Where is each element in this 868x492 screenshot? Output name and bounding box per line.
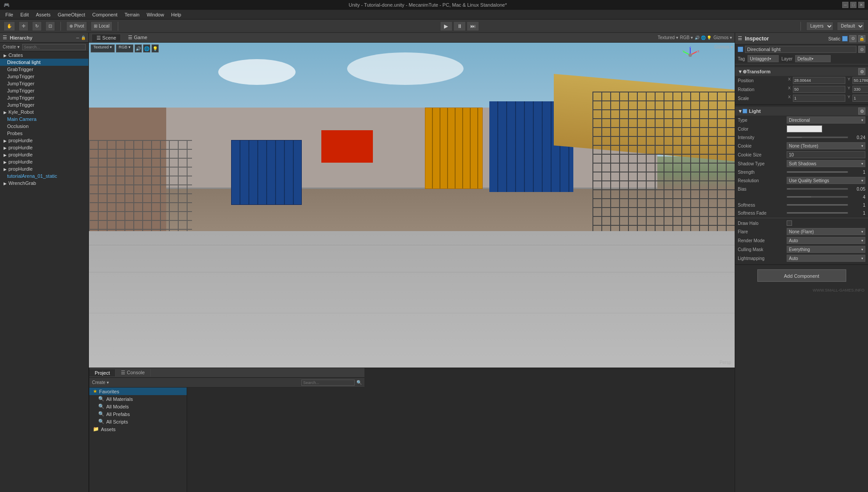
scene-option-rgb[interactable]: RGB ▾ [116, 44, 133, 52]
scale-x-field[interactable] [793, 95, 845, 102]
local-button[interactable]: ⊞ Local [91, 21, 112, 31]
hier-item-prophurdle1[interactable]: ▶propHurdle [0, 137, 88, 144]
hier-item-prophurdle2[interactable]: ▶propHurdle [0, 144, 88, 151]
add-component-button[interactable]: Add Component [757, 269, 846, 282]
transform-tool-move[interactable]: ✛ [19, 21, 28, 31]
object-name-field[interactable] [745, 46, 856, 53]
hier-item-main-camera[interactable]: Main Camera [0, 116, 88, 123]
menu-file[interactable]: File [2, 11, 17, 18]
hierarchy-lock-btn[interactable]: 🔒 [81, 36, 86, 40]
menu-component[interactable]: Component [88, 11, 121, 18]
create-btn[interactable]: Create ▾ [92, 380, 109, 385]
light-enabled-checkbox[interactable] [743, 109, 747, 113]
project-item-all-prefabs[interactable]: 🔍 All Prefabs [89, 410, 187, 418]
light-header[interactable]: ▼ Light ⚙ [735, 107, 868, 116]
hier-item-jumptrigger5[interactable]: JumpTrigger [0, 101, 88, 108]
layers-select[interactable]: Layers [806, 22, 833, 31]
project-item-all-scripts[interactable]: 🔍 All Scripts [89, 418, 187, 425]
hier-item-jumptrigger1[interactable]: JumpTrigger [0, 73, 88, 80]
window-controls[interactable]: ─ □ ✕ [842, 2, 864, 8]
pause-button[interactable]: ⏸ [453, 21, 466, 31]
hier-item-directional-light[interactable]: Directional light [0, 59, 88, 66]
static-checkbox[interactable] [842, 36, 848, 41]
scene-option-btn1[interactable]: 🔊 [135, 44, 142, 52]
menu-help[interactable]: Help [168, 11, 185, 18]
hierarchy-create-btn[interactable]: Create ▾ [3, 44, 20, 49]
project-item-favorites[interactable]: ★ Favorites [89, 388, 187, 395]
hier-item-jumptrigger3[interactable]: JumpTrigger [0, 87, 88, 94]
object-active-checkbox[interactable] [738, 47, 743, 52]
step-button[interactable]: ⏭ [467, 21, 479, 31]
play-button[interactable]: ▶ [440, 21, 452, 31]
intensity-slider[interactable] [787, 136, 848, 138]
strength-slider[interactable] [787, 171, 848, 173]
render-mode-dropdown[interactable]: Auto ▾ [787, 237, 865, 244]
draw-halo-checkbox[interactable] [787, 220, 792, 226]
culling-mask-dropdown[interactable]: Everything ▾ [787, 246, 865, 253]
hier-item-tutorial-arena[interactable]: tutorialArena_01_static [0, 172, 88, 180]
scale-y-field[interactable] [852, 95, 868, 102]
menu-assets[interactable]: Assets [32, 11, 54, 18]
scene-option-btn2[interactable]: 🌐 [143, 44, 150, 52]
close-button[interactable]: ✕ [858, 2, 864, 8]
softness-fade-slider[interactable] [787, 212, 848, 214]
hier-item-wrenchgrab[interactable]: ▶WrenchGrab [0, 180, 88, 187]
transform-gear-btn[interactable]: ⚙ [858, 68, 865, 75]
hier-item-crates[interactable]: ▶Crates [0, 52, 88, 59]
inspector-gear-btn[interactable]: ⚙ [849, 35, 856, 42]
hier-item-occlusion[interactable]: Occlusion [0, 123, 88, 130]
rot-y-field[interactable] [852, 86, 868, 93]
maximize-button[interactable]: □ [850, 2, 856, 8]
rot-x-field[interactable] [793, 86, 845, 93]
hier-item-grabtrigger[interactable]: GrabTrigger [0, 66, 88, 73]
project-search-input[interactable] [301, 380, 355, 386]
menu-window[interactable]: Window [143, 11, 168, 18]
textured-label[interactable]: Textured ▾ [658, 35, 678, 40]
project-item-all-materials[interactable]: 🔍 All Materials [89, 395, 187, 403]
scene-tab[interactable]: ☰ Scene [92, 34, 121, 42]
console-tab[interactable]: ☰ Console [116, 369, 150, 376]
hier-item-prophurdle5[interactable]: ▶propHurdle [0, 165, 88, 172]
pivot-button[interactable]: ⊕ Pivot [66, 21, 87, 31]
normal-bias-slider[interactable] [787, 196, 848, 198]
menu-gameobject[interactable]: GameObject [54, 11, 89, 18]
hierarchy-search-input[interactable] [22, 44, 86, 50]
flare-dropdown[interactable]: None (Flare) ▾ [787, 228, 865, 235]
layout-select[interactable]: Default [837, 22, 864, 31]
cookie-dropdown[interactable]: None (Texture) ▾ [787, 142, 865, 149]
lightmapping-dropdown[interactable]: Auto ▾ [787, 255, 865, 262]
transform-header[interactable]: ▼ ⊕ Transform ⚙ [735, 67, 868, 76]
type-dropdown[interactable]: Directional ▾ [787, 116, 865, 124]
bias-slider[interactable] [787, 188, 848, 190]
hier-item-prophurdle4[interactable]: ▶propHurdle [0, 158, 88, 165]
hier-item-prophurdle3[interactable]: ▶propHurdle [0, 151, 88, 158]
hier-item-kyle-robot[interactable]: ▶Kyle_Robot [0, 108, 88, 116]
shadow-type-dropdown[interactable]: Soft Shadows ▾ [787, 160, 865, 167]
color-swatch[interactable] [787, 125, 822, 132]
softness-slider[interactable] [787, 204, 848, 206]
rgb-label[interactable]: RGB ▾ [680, 35, 693, 40]
menu-edit[interactable]: Edit [17, 11, 32, 18]
hier-item-jumptrigger4[interactable]: JumpTrigger [0, 94, 88, 101]
hier-item-probes[interactable]: Probes [0, 130, 88, 137]
scene-option-textured[interactable]: Textured ▾ [91, 44, 115, 52]
transform-tool-hand[interactable]: ✋ [4, 21, 15, 31]
resolution-dropdown[interactable]: Use Quality Settings ▾ [787, 177, 865, 184]
layer-dropdown[interactable]: Default ▾ [795, 55, 831, 62]
light-gear-btn[interactable]: ⚙ [858, 108, 865, 115]
project-item-all-models[interactable]: 🔍 All Models [89, 403, 187, 410]
inspector-lock-btn[interactable]: 🔒 [858, 35, 865, 42]
hier-item-jumptrigger2[interactable]: JumpTrigger [0, 80, 88, 87]
minimize-button[interactable]: ─ [842, 2, 848, 8]
transform-tool-rotate[interactable]: ↻ [32, 21, 42, 31]
project-item-assets[interactable]: 📁 Assets [89, 425, 187, 433]
project-tab[interactable]: Project [89, 369, 116, 376]
game-tab[interactable]: ☰ Game [124, 34, 152, 41]
tag-dropdown[interactable]: Untagged ▾ [748, 55, 779, 62]
object-settings-btn[interactable]: ⚙ [858, 46, 865, 53]
menu-terrain[interactable]: Terrain [121, 11, 143, 18]
cookie-size-field[interactable] [787, 151, 865, 158]
transform-tool-scale[interactable]: ⊡ [45, 21, 55, 31]
scene-option-btn3[interactable]: 💡 [152, 44, 159, 52]
gizmos-label[interactable]: Gizmos ▾ [713, 35, 732, 40]
